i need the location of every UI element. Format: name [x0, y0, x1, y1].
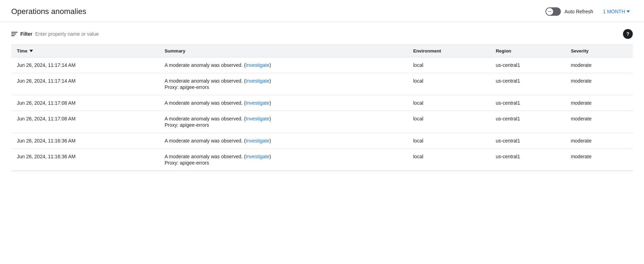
help-icon[interactable]: ? — [623, 29, 633, 39]
header-controls: Auto Refresh 1 MONTH — [545, 7, 633, 16]
investigate-link[interactable]: Investigate — [246, 154, 269, 159]
cell-summary: A moderate anomaly was observed. (Invest… — [159, 111, 408, 133]
anomalies-table: Time Summary Environment Region Severity — [11, 44, 633, 171]
table-row: Jun 26, 2024, 11:16:36 AMA moderate anom… — [11, 149, 633, 171]
table-header-row: Time Summary Environment Region Severity — [11, 45, 633, 57]
auto-refresh-toggle[interactable] — [545, 7, 561, 16]
investigate-link[interactable]: Investigate — [246, 138, 269, 144]
proxy-text: Proxy: apigee-errors — [165, 160, 402, 166]
col-summary: Summary — [159, 45, 408, 57]
cell-region: us-central1 — [490, 73, 565, 95]
cell-region: us-central1 — [490, 133, 565, 149]
filter-line-1 — [11, 32, 18, 33]
filter-lines — [11, 32, 18, 36]
filter-icon[interactable] — [11, 32, 18, 36]
summary-text: A moderate anomaly was observed. — [165, 154, 244, 159]
cell-summary: A moderate anomaly was observed. (Invest… — [159, 149, 408, 171]
sort-arrow-icon — [29, 50, 33, 52]
filter-input[interactable] — [35, 31, 140, 37]
time-range-button[interactable]: 1 MONTH — [600, 7, 633, 16]
proxy-text: Proxy: apigee-errors — [165, 84, 402, 90]
page-title: Operations anomalies — [11, 7, 86, 16]
table-row: Jun 26, 2024, 11:16:36 AMA moderate anom… — [11, 133, 633, 149]
auto-refresh-wrapper: Auto Refresh — [545, 7, 593, 16]
cell-severity: moderate — [565, 95, 633, 111]
summary-text: A moderate anomaly was observed. — [165, 116, 244, 121]
summary-text: A moderate anomaly was observed. — [165, 78, 244, 84]
cell-region: us-central1 — [490, 149, 565, 171]
cell-environment: local — [408, 95, 490, 111]
filter-line-3 — [11, 35, 15, 36]
help-label: ? — [626, 31, 630, 37]
cell-time: Jun 26, 2024, 11:17:08 AM — [11, 111, 159, 133]
investigate-link[interactable]: Investigate — [246, 100, 269, 106]
filter-left: Filter — [11, 31, 140, 37]
cell-severity: moderate — [565, 133, 633, 149]
anomalies-table-container: Time Summary Environment Region Severity — [11, 44, 633, 171]
table-row: Jun 26, 2024, 11:17:08 AMA moderate anom… — [11, 111, 633, 133]
filter-section: Filter ? — [0, 22, 644, 39]
cell-environment: local — [408, 111, 490, 133]
cell-time: Jun 26, 2024, 11:17:14 AM — [11, 57, 159, 73]
page-header: Operations anomalies Auto Refresh 1 MONT… — [0, 0, 644, 22]
cell-region: us-central1 — [490, 95, 565, 111]
chevron-down-icon — [626, 11, 630, 13]
summary-text: A moderate anomaly was observed. — [165, 138, 244, 144]
investigate-link[interactable]: Investigate — [246, 78, 269, 84]
bottom-border — [11, 171, 633, 171]
col-time[interactable]: Time — [11, 45, 159, 57]
summary-text: A moderate anomaly was observed. — [165, 100, 244, 106]
cell-summary: A moderate anomaly was observed. (Invest… — [159, 95, 408, 111]
summary-text: A moderate anomaly was observed. — [165, 62, 244, 68]
cell-region: us-central1 — [490, 111, 565, 133]
investigate-link[interactable]: Investigate — [246, 62, 269, 68]
cell-severity: moderate — [565, 57, 633, 73]
cell-summary: A moderate anomaly was observed. (Invest… — [159, 73, 408, 95]
table-row: Jun 26, 2024, 11:17:14 AMA moderate anom… — [11, 73, 633, 95]
cell-severity: moderate — [565, 149, 633, 171]
cell-region: us-central1 — [490, 57, 565, 73]
toggle-thumb — [546, 8, 553, 15]
table-row: Jun 26, 2024, 11:17:08 AMA moderate anom… — [11, 95, 633, 111]
cell-time: Jun 26, 2024, 11:17:14 AM — [11, 73, 159, 95]
cell-time: Jun 26, 2024, 11:16:36 AM — [11, 133, 159, 149]
col-severity: Severity — [565, 45, 633, 57]
cell-environment: local — [408, 149, 490, 171]
auto-refresh-label: Auto Refresh — [564, 9, 593, 14]
cell-environment: local — [408, 133, 490, 149]
col-environment: Environment — [408, 45, 490, 57]
col-region: Region — [490, 45, 565, 57]
table-row: Jun 26, 2024, 11:17:14 AMA moderate anom… — [11, 57, 633, 73]
filter-label: Filter — [20, 31, 32, 37]
proxy-text: Proxy: apigee-errors — [165, 122, 402, 128]
time-range-label: 1 MONTH — [603, 9, 625, 14]
cell-summary: A moderate anomaly was observed. (Invest… — [159, 57, 408, 73]
cell-severity: moderate — [565, 73, 633, 95]
cell-time: Jun 26, 2024, 11:17:08 AM — [11, 95, 159, 111]
cell-severity: moderate — [565, 111, 633, 133]
cell-environment: local — [408, 57, 490, 73]
cell-environment: local — [408, 73, 490, 95]
filter-line-2 — [11, 34, 16, 34]
cell-time: Jun 26, 2024, 11:16:36 AM — [11, 149, 159, 171]
investigate-link[interactable]: Investigate — [246, 116, 269, 121]
cell-summary: A moderate anomaly was observed. (Invest… — [159, 133, 408, 149]
